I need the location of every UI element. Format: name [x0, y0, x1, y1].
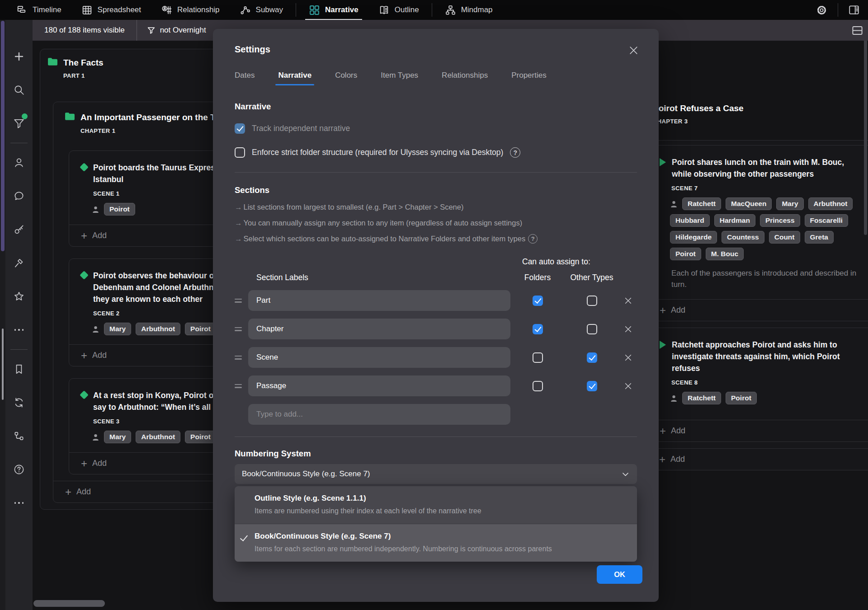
- drag-handle-icon[interactable]: [235, 299, 242, 303]
- tab-narrative[interactable]: Narrative: [278, 71, 311, 85]
- checkbox-label: Enforce strict folder structure (require…: [252, 148, 503, 157]
- nav-timeline[interactable]: Timeline: [6, 0, 71, 20]
- settings-gear-icon[interactable]: [816, 4, 828, 16]
- character-tag[interactable]: Foscarelli: [805, 214, 848, 227]
- delete-section-icon[interactable]: [624, 354, 632, 361]
- comments-icon[interactable]: [5, 179, 33, 213]
- add-button[interactable]: +Add: [654, 420, 868, 441]
- help-icon[interactable]: ?: [528, 234, 538, 244]
- key-icon[interactable]: [5, 213, 33, 246]
- character-tag[interactable]: Arbuthnot: [136, 323, 180, 335]
- character-tag[interactable]: M. Bouc: [706, 248, 744, 260]
- section-label-input[interactable]: [248, 347, 510, 368]
- character-tag[interactable]: Princess: [760, 214, 800, 227]
- numbering-system-select[interactable]: Book/Continuous Style (e.g. Scene 7): [235, 464, 637, 484]
- add-button[interactable]: +Add: [654, 300, 868, 321]
- nav-subway[interactable]: Subway: [230, 0, 293, 20]
- character-tag[interactable]: Mary: [776, 197, 803, 210]
- left-scrollbar-thumb-secondary[interactable]: [2, 328, 4, 400]
- character-tag[interactable]: Arbuthnot: [136, 431, 180, 443]
- track-independent-narrative-checkbox[interactable]: [235, 123, 245, 134]
- tab-properties[interactable]: Properties: [511, 71, 546, 85]
- drag-handle-icon[interactable]: [235, 356, 242, 360]
- drag-handle-icon[interactable]: [235, 327, 242, 331]
- bookmark-icon[interactable]: [5, 352, 33, 386]
- connections-icon[interactable]: [5, 419, 33, 453]
- character-tag[interactable]: Mary: [104, 323, 131, 335]
- nav-narrative[interactable]: Narrative: [299, 0, 368, 20]
- person-icon: [92, 325, 99, 333]
- folders-checkbox[interactable]: [533, 296, 543, 306]
- character-tag[interactable]: Count: [769, 231, 800, 244]
- delete-section-icon[interactable]: [624, 382, 632, 390]
- delete-section-icon[interactable]: [624, 297, 632, 305]
- close-icon[interactable]: [628, 45, 639, 56]
- nav-mindmap[interactable]: Mindmap: [435, 0, 503, 20]
- character-tag[interactable]: Hubbard: [670, 214, 710, 227]
- chapter-folder-card[interactable]: Poirot shares lunch on the train with M.…: [653, 140, 868, 470]
- active-filter-chip[interactable]: not Overnight: [137, 26, 216, 35]
- dropdown-option[interactable]: Outline Style (e.g. Scene 1.1.1) Items a…: [235, 486, 637, 524]
- other-types-checkbox[interactable]: [587, 324, 597, 334]
- folders-checkbox[interactable]: [533, 381, 543, 391]
- add-button[interactable]: +Add: [653, 449, 868, 470]
- more-options-icon[interactable]: [5, 486, 33, 520]
- character-tag[interactable]: MacQueen: [726, 197, 772, 210]
- tab-colors[interactable]: Colors: [335, 71, 357, 85]
- tab-relationships[interactable]: Relationships: [442, 71, 488, 85]
- other-types-checkbox[interactable]: [587, 381, 597, 391]
- folders-checkbox[interactable]: [533, 324, 543, 334]
- help-icon[interactable]: [5, 453, 33, 486]
- character-tag[interactable]: Hardman: [714, 214, 755, 227]
- outline-book-icon: [378, 5, 390, 16]
- split-view-toggle-icon[interactable]: [851, 24, 868, 37]
- nav-spreadsheet[interactable]: Spreadsheet: [71, 0, 151, 20]
- character-tag[interactable]: Countess: [722, 231, 764, 244]
- character-tag[interactable]: Mary: [104, 431, 131, 443]
- nav-outline[interactable]: Outline: [368, 0, 429, 20]
- characters-icon[interactable]: [5, 146, 33, 179]
- nav-relationship[interactable]: Relationship: [151, 0, 230, 20]
- more-tools-icon[interactable]: [5, 313, 33, 347]
- section-label-input[interactable]: [248, 290, 510, 311]
- scene-diamond-icon: [80, 271, 89, 280]
- search-icon[interactable]: [5, 73, 33, 107]
- section-label-input[interactable]: [248, 375, 510, 396]
- tab-item-types[interactable]: Item Types: [381, 71, 418, 85]
- character-tag[interactable]: Poirot: [670, 248, 701, 260]
- left-scrollbar-thumb[interactable]: [1, 21, 5, 251]
- character-tag[interactable]: Poirot: [726, 392, 757, 404]
- sync-icon[interactable]: [5, 386, 33, 419]
- character-tag[interactable]: Ratchett: [682, 392, 721, 404]
- drag-handle-icon[interactable]: [235, 384, 242, 388]
- character-tag[interactable]: Ratchett: [682, 197, 721, 210]
- dropdown-option[interactable]: Book/Continuous Style (e.g. Scene 7) Ite…: [235, 524, 637, 562]
- character-tag[interactable]: Poirot: [185, 431, 216, 443]
- help-icon[interactable]: ?: [510, 147, 520, 158]
- add-section-row: [235, 404, 637, 425]
- scene-card[interactable]: Poirot shares lunch on the train with M.…: [653, 145, 868, 321]
- filter-active-badge: [22, 113, 28, 119]
- character-tag[interactable]: Poirot: [185, 323, 216, 335]
- scene-card[interactable]: Ratchett approaches Poirot and asks him …: [653, 328, 868, 442]
- other-types-checkbox[interactable]: [587, 296, 597, 306]
- add-item-button[interactable]: [5, 40, 33, 73]
- character-tag[interactable]: Greta: [805, 231, 834, 244]
- filter-funnel-icon[interactable]: [5, 107, 33, 140]
- sidebar-panel-toggle-icon[interactable]: [848, 4, 860, 16]
- enforce-folder-structure-checkbox[interactable]: [235, 147, 245, 158]
- character-tag[interactable]: Poirot: [104, 203, 135, 216]
- horizontal-scrollbar-thumb[interactable]: [33, 600, 105, 607]
- delete-section-icon[interactable]: [624, 325, 632, 333]
- ok-button[interactable]: OK: [597, 565, 642, 584]
- tab-dates[interactable]: Dates: [235, 71, 255, 85]
- star-icon[interactable]: [5, 280, 33, 313]
- add-section-input[interactable]: [248, 404, 510, 425]
- character-tag[interactable]: Hildegarde: [670, 231, 717, 244]
- character-tag[interactable]: Arbuthnot: [808, 197, 853, 210]
- vertical-scrollbar-thumb[interactable]: [864, 32, 867, 235]
- section-label-input[interactable]: [248, 319, 510, 339]
- folders-checkbox[interactable]: [533, 352, 543, 363]
- hammer-icon[interactable]: [5, 246, 33, 280]
- other-types-checkbox[interactable]: [587, 352, 597, 363]
